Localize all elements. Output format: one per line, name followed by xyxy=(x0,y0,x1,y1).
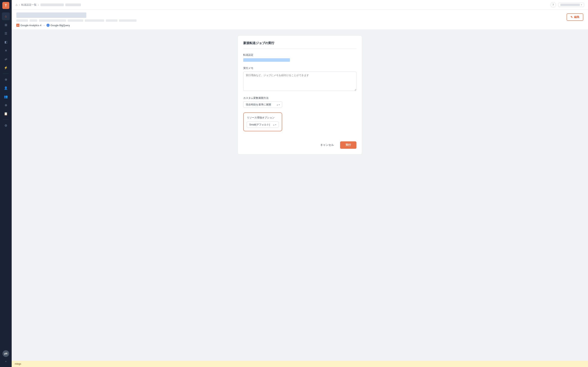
sidebar-item-report[interactable]: 📋 xyxy=(2,110,10,117)
page-sub-blurred-5 xyxy=(85,19,104,22)
transfer-settings-value xyxy=(243,58,290,62)
page-sub-blurred-7 xyxy=(119,19,137,22)
avatar[interactable]: pN xyxy=(2,350,9,357)
sidebar-divider-1 xyxy=(3,73,9,74)
page-header: ✎ 編集 G Google Analytics 4 → ⊙ Google Big… xyxy=(12,10,588,30)
topbar-right: ? ▾ xyxy=(551,2,584,8)
bq-icon: ⊙ xyxy=(46,24,50,27)
topbar-chevron-2: › xyxy=(38,3,39,6)
page-header-source: G Google Analytics 4 → ⊙ Google BigQuery xyxy=(16,24,583,27)
source-arrow-icon: → xyxy=(43,24,45,27)
workspace-chevron-icon: ▾ xyxy=(581,4,582,6)
topbar-breadcrumb-sub1 xyxy=(40,3,64,6)
page-sub-blurred-4 xyxy=(68,19,83,22)
page-header-title-row: ✎ 編集 xyxy=(16,12,583,22)
sidebar-item-list[interactable]: ☰ xyxy=(2,30,10,37)
bottom-bar-label: rnings xyxy=(15,363,21,365)
memo-group: 実行メモ xyxy=(243,67,356,92)
cancel-button[interactable]: キャンセル xyxy=(317,141,337,149)
form-container: 新規転送ジョブの実行 転送設定 実行メモ カスタム変数展開方法 現在時 xyxy=(234,35,366,154)
sidebar-divider-2 xyxy=(3,119,9,120)
page-sub-blurred-2 xyxy=(30,19,37,22)
form-card: 新規転送ジョブの実行 転送設定 実行メモ カスタム変数展開方法 現在時 xyxy=(238,35,362,154)
sidebar-item-plug[interactable]: ⚡ xyxy=(2,64,10,71)
topbar-chevron-1: › xyxy=(19,3,20,6)
page-sub-blurred-6 xyxy=(106,19,117,22)
sidebar-expand-button[interactable]: « xyxy=(2,359,10,364)
help-button[interactable]: ? xyxy=(551,2,556,8)
topbar: ⌂ › 転送設定一覧 › ? ▾ xyxy=(12,0,588,10)
sidebar-item-home[interactable]: ⌂ xyxy=(2,12,10,20)
custom-var-select-wrapper: 現在時刻を基準に展開 ▲▼ xyxy=(243,101,282,108)
edit-icon: ✎ xyxy=(571,16,573,19)
resource-select-wrapper: Small(デフォルト) Medium Large ▲▼ xyxy=(247,121,279,128)
page-title-blurred xyxy=(16,12,86,18)
workspace-selector[interactable]: ▾ xyxy=(558,3,584,7)
sidebar-item-transfer[interactable]: ⇄ xyxy=(2,55,10,63)
sidebar-item-group[interactable]: 👥 xyxy=(2,93,10,100)
edit-button-label: 編集 xyxy=(574,15,579,19)
form-title: 新規転送ジョブの実行 xyxy=(243,41,356,49)
app-logo[interactable]: T xyxy=(2,2,9,9)
workspace-name xyxy=(560,4,580,6)
page-sub-blurred-3 xyxy=(39,19,66,22)
resource-select[interactable]: Small(デフォルト) Medium Large xyxy=(247,121,279,128)
sidebar-item-gear[interactable]: ⚙ xyxy=(2,122,10,129)
content-area: ✎ 編集 G Google Analytics 4 → ⊙ Google Big… xyxy=(12,10,588,367)
resource-option-label: リソース増強オプション xyxy=(247,116,279,119)
sidebar-item-network[interactable]: ⊗ xyxy=(2,101,10,109)
custom-var-group: カスタム変数展開方法 現在時刻を基準に展開 ▲▼ xyxy=(243,96,356,108)
transfer-settings-group: 転送設定 xyxy=(243,53,356,62)
transfer-settings-label: 転送設定 xyxy=(243,53,356,57)
topbar-breadcrumb-sub2 xyxy=(65,3,81,6)
destination-label: Google BigQuery xyxy=(51,24,70,27)
execute-button[interactable]: 実行 xyxy=(340,141,356,149)
source-tag: G Google Analytics 4 xyxy=(16,24,41,27)
sidebar-item-analytics[interactable]: ⊕ xyxy=(2,75,10,83)
action-bar: キャンセル 実行 xyxy=(243,137,356,149)
custom-var-select[interactable]: 現在時刻を基準に展開 xyxy=(243,101,282,108)
topbar-breadcrumb-main[interactable]: 転送設定一覧 xyxy=(21,3,36,7)
sidebar-item-database[interactable]: ◧ xyxy=(2,38,10,46)
destination-tag: ⊙ Google BigQuery xyxy=(46,24,70,27)
source-label: Google Analytics 4 xyxy=(20,24,41,27)
custom-var-label: カスタム変数展開方法 xyxy=(243,96,356,100)
sidebar-item-cross[interactable]: ✕ xyxy=(2,47,10,54)
ga-icon: G xyxy=(16,24,19,27)
edit-button[interactable]: ✎ 編集 xyxy=(567,13,583,21)
main-area: ⌂ › 転送設定一覧 › ? ▾ xyxy=(12,0,588,367)
memo-textarea[interactable] xyxy=(243,71,356,91)
bottom-bar: rnings xyxy=(12,361,588,367)
sidebar-item-people[interactable]: 👤 xyxy=(2,84,10,92)
sidebar: T ⌂ ⊞ ☰ ◧ ✕ ⇄ ⚡ ⊕ 👤 👥 ⊗ 📋 ⚙ pN « xyxy=(0,0,12,367)
sidebar-item-dashboard[interactable]: ⊞ xyxy=(2,21,10,29)
resource-option-box: リソース増強オプション Small(デフォルト) Medium Large ▲▼ xyxy=(243,112,282,131)
topbar-home-icon[interactable]: ⌂ xyxy=(16,3,17,7)
memo-label: 実行メモ xyxy=(243,67,356,70)
page-sub-blurred-1 xyxy=(16,19,28,22)
